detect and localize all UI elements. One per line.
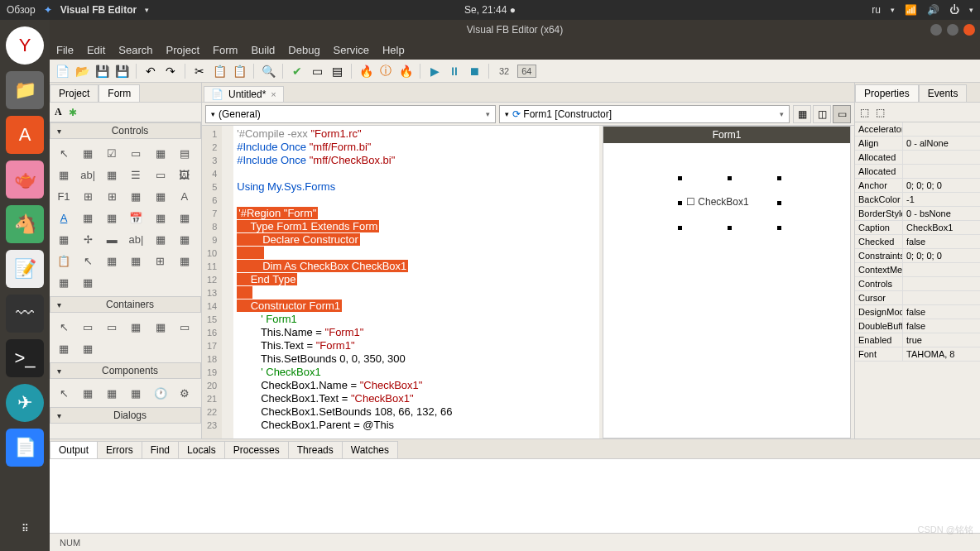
tool-h[interactable]: ▦ [103, 165, 121, 184]
open-icon[interactable]: 📂 [74, 64, 89, 79]
new-icon[interactable]: 📄 [55, 64, 70, 79]
pointer-tool[interactable]: ↖ [55, 144, 73, 162]
app-icon-1[interactable]: 🫖 [6, 161, 44, 199]
cont-g[interactable]: ▦ [79, 339, 97, 357]
copy-icon[interactable]: 📋 [212, 64, 227, 79]
combo-method[interactable]: ⟳ Form1 [Constructor] [499, 105, 790, 123]
undo-icon[interactable]: ↶ [143, 64, 158, 79]
document-icon[interactable]: 📄 [6, 429, 44, 467]
menu-help[interactable]: Help [382, 44, 405, 56]
tool-ag[interactable]: ⊞ [151, 252, 170, 270]
files-icon[interactable]: 📁 [6, 71, 44, 109]
prop-row[interactable]: Allocated [855, 151, 980, 165]
comp-c[interactable]: ▦ [127, 384, 145, 402]
cont-f[interactable]: ▦ [55, 339, 73, 357]
cont-b[interactable]: ▭ [103, 318, 121, 336]
cont-d[interactable]: ▦ [151, 318, 170, 336]
view-code-button[interactable]: ▦ [793, 105, 811, 123]
puzzle-icon[interactable]: ✱ [69, 107, 77, 118]
code-editor[interactable]: 1234567891011121314151617181920212223 '#… [202, 126, 599, 438]
image-tool[interactable]: 🖼 [175, 165, 194, 184]
prop-row[interactable]: DoubleBufferedfalse [855, 319, 980, 333]
tool-ai[interactable]: ▦ [55, 273, 73, 291]
prop-row[interactable]: Controls [855, 277, 980, 291]
btab-threads[interactable]: Threads [288, 441, 343, 458]
tool-z[interactable]: ab| [127, 230, 145, 248]
checkbox-tool[interactable]: ☑ [103, 144, 121, 162]
tab-form[interactable]: Form [98, 84, 140, 102]
comp-b[interactable]: ▦ [103, 384, 121, 402]
code-icon[interactable]: ▤ [329, 64, 344, 79]
prop-row[interactable]: FontTAHOMA, 8 [855, 347, 980, 362]
form-designer[interactable]: Form1 ☐ CheckBox1 [603, 126, 851, 438]
prop-row[interactable]: Anchor0; 0; 0; 0 [855, 179, 980, 193]
rebuild-icon[interactable]: 🔥 [398, 64, 413, 79]
checkbox-control[interactable]: ☐ CheckBox1 [686, 196, 749, 208]
menu-file[interactable]: File [56, 44, 74, 56]
app-title[interactable]: Visual FB Editor [60, 4, 137, 16]
yandex-icon[interactable]: Y [6, 26, 44, 65]
tool-aj[interactable]: ▦ [79, 273, 97, 291]
maximize-button[interactable] [947, 24, 958, 36]
minimize-button[interactable] [930, 24, 942, 36]
notes-icon[interactable]: 📝 [6, 250, 44, 288]
btab-processes[interactable]: Processes [224, 441, 289, 458]
cont-e[interactable]: ▭ [175, 318, 194, 336]
prop-row[interactable]: Align0 - alNone [855, 137, 980, 151]
close-tab-icon[interactable]: × [271, 89, 276, 99]
cut-icon[interactable]: ✂ [192, 64, 207, 79]
app-icon-2[interactable]: 🐴 [6, 205, 44, 243]
tool-i[interactable]: ☰ [127, 165, 145, 184]
tool-w[interactable]: ▦ [55, 230, 73, 248]
tool-x[interactable]: ✢ [79, 230, 97, 248]
prop-row[interactable]: DesignModefalse [855, 305, 980, 319]
tool-ae[interactable]: ▦ [103, 252, 121, 270]
close-button[interactable] [963, 24, 975, 36]
prop-row[interactable]: BorderStyle0 - bsNone [855, 207, 980, 221]
tool-o[interactable]: ▦ [127, 187, 145, 205]
lang-indicator[interactable]: ru [872, 4, 881, 16]
link-tool[interactable]: A [55, 208, 73, 227]
comp-e[interactable]: ⚙ [175, 384, 194, 402]
run-icon[interactable]: ▶ [427, 64, 442, 79]
progress-tool[interactable]: ▬ [103, 230, 121, 248]
monitor-icon[interactable]: 〰 [6, 295, 44, 333]
volume-icon[interactable]: 🔊 [927, 4, 939, 16]
prop-row[interactable]: ContextMenu [855, 263, 980, 277]
telegram-icon[interactable]: ✈ [6, 384, 44, 422]
tool-r[interactable]: ▦ [79, 208, 97, 227]
tool-n[interactable]: ⊞ [103, 187, 121, 205]
btab-locals[interactable]: Locals [178, 441, 225, 458]
tool-l[interactable]: F1 [55, 187, 73, 205]
tool-ad[interactable]: ↖ [79, 252, 97, 270]
pause-icon[interactable]: ⏸ [447, 64, 462, 79]
tool-u[interactable]: ▦ [151, 208, 170, 227]
cont-pointer[interactable]: ↖ [55, 318, 73, 336]
stop-icon[interactable]: ⏹ [467, 64, 482, 79]
tool-s[interactable]: ▦ [103, 208, 121, 227]
view-split-button[interactable]: ◫ [813, 105, 831, 123]
prop-row[interactable]: Allocated [855, 165, 980, 179]
tool-d[interactable]: ▦ [151, 144, 170, 162]
bits-32[interactable]: 32 [496, 65, 512, 77]
cont-c[interactable]: ▦ [127, 318, 145, 336]
tab-properties[interactable]: Properties [855, 84, 919, 102]
comp-d[interactable]: 🕐 [151, 384, 170, 402]
combo-scope[interactable]: (General) [205, 105, 496, 123]
btab-output[interactable]: Output [50, 441, 98, 458]
datetime[interactable]: Se, 21:44 ● [464, 4, 516, 16]
tool-j[interactable]: ▭ [151, 165, 170, 184]
power-icon[interactable]: ⏻ [949, 4, 959, 16]
saveall-icon[interactable]: 💾 [114, 64, 129, 79]
prop-row[interactable]: CaptionCheckBox1 [855, 221, 980, 235]
apps-grid-icon[interactable]: ⠿ [22, 523, 29, 534]
comp-a[interactable]: ▦ [79, 384, 97, 402]
tool-ab[interactable]: ▦ [175, 230, 194, 248]
build-icon[interactable]: ⓘ [378, 64, 393, 79]
btab-watches[interactable]: Watches [342, 441, 398, 458]
comp-pointer[interactable]: ↖ [55, 384, 73, 402]
tool-c[interactable]: ▭ [127, 144, 145, 162]
btab-errors[interactable]: Errors [97, 441, 142, 458]
btab-find[interactable]: Find [142, 441, 179, 458]
tab-project[interactable]: Project [50, 84, 98, 102]
